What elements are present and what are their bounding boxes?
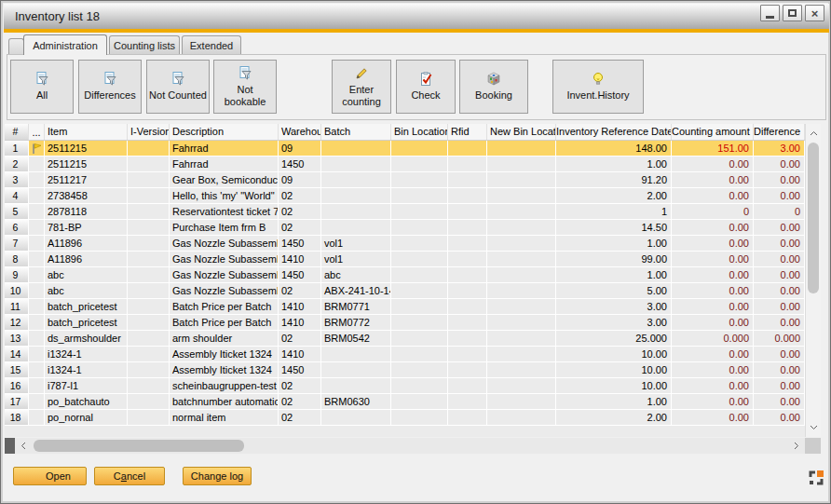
cell-description[interactable]: Batch Price per Batch xyxy=(170,315,279,331)
cell-warehouse[interactable]: 1450 xyxy=(279,362,321,378)
cell-batch[interactable]: abc xyxy=(321,267,391,283)
invent-history-button[interactable]: Invent.History xyxy=(552,60,644,114)
tab-counting-lists[interactable]: Counting lists xyxy=(109,35,180,54)
filter-not-counted-button[interactable]: Not Counted xyxy=(146,60,210,114)
cell-description[interactable]: normal item xyxy=(170,410,279,426)
cell-warehouse[interactable]: 1450 xyxy=(279,236,321,252)
cell-difference[interactable]: 0.00 xyxy=(754,172,805,188)
cell-difference[interactable]: 0.00 xyxy=(754,299,805,315)
table-row[interactable]: 18po_nornalnormal item022.000.000.00 xyxy=(5,410,805,426)
cell-new_bin_location[interactable] xyxy=(487,315,556,331)
cell-dots[interactable] xyxy=(29,188,45,204)
cell-dots[interactable] xyxy=(29,157,45,172)
cell-bin_location[interactable] xyxy=(391,252,448,267)
cell-warehouse[interactable]: 1410 xyxy=(279,347,321,362)
cell-batch[interactable] xyxy=(321,347,391,362)
cell-dots[interactable] xyxy=(29,172,45,188)
cell-iversion[interactable] xyxy=(128,141,170,157)
cell-item[interactable]: 2738458 xyxy=(45,188,128,204)
cell-bin_location[interactable] xyxy=(391,188,448,204)
cell-description[interactable]: Fahrrad xyxy=(170,141,279,157)
cell-difference[interactable]: 0.00 xyxy=(754,410,805,426)
cell-difference[interactable]: 0.00 xyxy=(754,252,805,267)
cell-dots[interactable] xyxy=(29,331,45,347)
cell-batch[interactable] xyxy=(321,220,391,236)
cell-description[interactable]: Purchase Item frm B xyxy=(170,220,279,236)
table-row[interactable]: 32511217Gear Box, Semiconductor0991.200.… xyxy=(5,172,805,188)
open-button[interactable]: Open xyxy=(13,467,87,485)
cell-new_bin_location[interactable] xyxy=(487,394,556,410)
cell-iversion[interactable] xyxy=(128,252,170,267)
cell-difference[interactable]: 0 xyxy=(754,204,805,220)
cell-rfid[interactable] xyxy=(448,410,487,426)
cell-iversion[interactable] xyxy=(128,315,170,331)
cell-bin_location[interactable] xyxy=(391,157,448,172)
cell-iversion[interactable] xyxy=(128,172,170,188)
cell-item[interactable]: 2511217 xyxy=(45,172,128,188)
cell-batch[interactable] xyxy=(321,141,391,157)
cell-bin_location[interactable] xyxy=(391,204,448,220)
column-header-rfid[interactable]: Rfid xyxy=(448,124,487,140)
cell-difference[interactable]: 0.00 xyxy=(754,236,805,252)
cell-num[interactable]: 12 xyxy=(5,315,29,331)
cell-inventory_reference[interactable]: 99.00 xyxy=(556,252,672,267)
cell-rfid[interactable] xyxy=(448,252,487,267)
cell-num[interactable]: 13 xyxy=(5,331,29,347)
cell-item[interactable]: 781-BP xyxy=(45,220,128,236)
cell-bin_location[interactable] xyxy=(391,141,448,157)
cell-item[interactable]: A11896 xyxy=(45,252,128,267)
cell-bin_location[interactable] xyxy=(391,410,448,426)
cell-inventory_reference[interactable]: 10.00 xyxy=(556,362,672,378)
cell-item[interactable]: i787-l1 xyxy=(45,378,128,394)
cell-batch[interactable]: vol1 xyxy=(321,252,391,267)
cell-inventory_reference[interactable]: 1.00 xyxy=(556,267,672,283)
cell-difference[interactable]: 0.00 xyxy=(754,157,805,172)
cell-dots[interactable] xyxy=(29,236,45,252)
column-header-warehouse[interactable]: Warehouse xyxy=(279,124,321,140)
scroll-down-button[interactable] xyxy=(806,420,821,435)
cell-iversion[interactable] xyxy=(128,188,170,204)
cell-difference[interactable]: 0.00 xyxy=(754,267,805,283)
cell-new_bin_location[interactable] xyxy=(487,299,556,315)
cell-difference[interactable]: 0.00 xyxy=(754,188,805,204)
column-header-batch[interactable]: Batch xyxy=(321,124,391,140)
maximize-button[interactable] xyxy=(783,5,802,21)
tab-extended[interactable]: Extended xyxy=(182,35,241,54)
cell-rfid[interactable] xyxy=(448,331,487,347)
cell-item[interactable]: 2511215 xyxy=(45,141,128,157)
cell-batch[interactable] xyxy=(321,188,391,204)
cell-rfid[interactable] xyxy=(448,188,487,204)
cell-item[interactable]: batch_pricetest xyxy=(45,299,128,315)
splitter-box[interactable] xyxy=(5,438,15,454)
cell-num[interactable]: 2 xyxy=(5,157,29,172)
filter-all-button[interactable]: All xyxy=(10,60,74,114)
cell-bin_location[interactable] xyxy=(391,362,448,378)
tab-administration[interactable]: Administration xyxy=(23,34,107,55)
cell-dots[interactable] xyxy=(29,315,45,331)
cell-new_bin_location[interactable] xyxy=(487,188,556,204)
cell-warehouse[interactable]: 02 xyxy=(279,378,321,394)
cell-num[interactable]: 7 xyxy=(5,236,29,252)
cell-item[interactable]: 2878118 xyxy=(45,204,128,220)
cell-new_bin_location[interactable] xyxy=(487,331,556,347)
cell-num[interactable]: 9 xyxy=(5,267,29,283)
cell-item[interactable]: po_batchauto xyxy=(45,394,128,410)
cell-item[interactable]: abc xyxy=(45,267,128,283)
cell-num[interactable]: 1 xyxy=(5,141,29,157)
cell-inventory_reference[interactable]: 25.000 xyxy=(556,331,672,347)
cell-description[interactable]: Batch Price per Batch xyxy=(170,299,279,315)
cell-dots[interactable] xyxy=(29,347,45,362)
cell-bin_location[interactable] xyxy=(391,378,448,394)
check-button[interactable]: Check xyxy=(396,60,456,114)
cell-difference[interactable]: 0.00 xyxy=(754,347,805,362)
cell-description[interactable]: arm shoulder xyxy=(170,331,279,347)
cell-counting_amount[interactable]: 0.00 xyxy=(672,410,754,426)
cell-inventory_reference[interactable]: 1.00 xyxy=(556,394,672,410)
cell-iversion[interactable] xyxy=(128,283,170,299)
table-row[interactable]: 7A11896Gas Nozzle Subassembly,1450vol11.… xyxy=(5,236,805,252)
scroll-right-button[interactable] xyxy=(790,438,803,454)
enter-counting-button[interactable]: Enter counting xyxy=(332,60,391,114)
cell-rfid[interactable] xyxy=(448,362,487,378)
table-row[interactable]: 8A11896Gas Nozzle Subassembly,1410vol199… xyxy=(5,252,805,267)
cell-warehouse[interactable]: 02 xyxy=(279,410,321,426)
